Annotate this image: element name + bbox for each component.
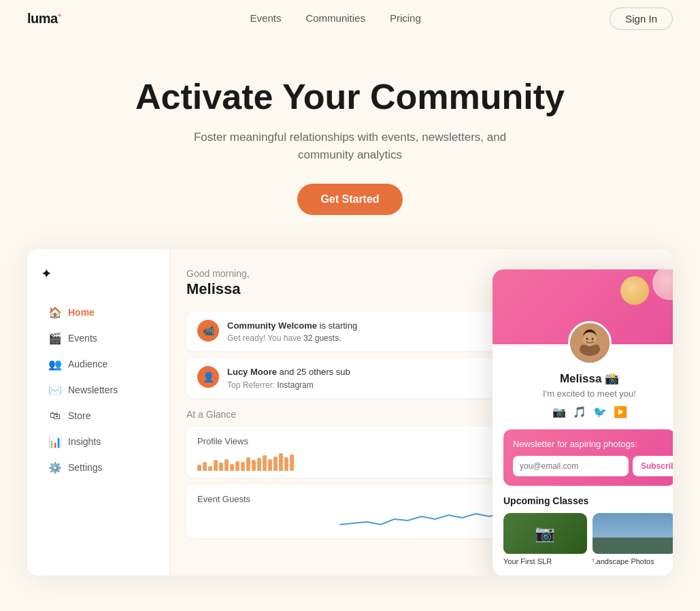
popup-social-links: 📷 🎵 🐦 ▶️ <box>503 406 673 418</box>
bar-segment <box>230 464 234 471</box>
main-content: Good morning, Melissa 📹 Community Welcom… <box>170 249 673 576</box>
popup-newsletter-section: Newsletter for aspiring photogs: Subscri… <box>503 429 673 486</box>
nav-communities[interactable]: Communities <box>305 12 365 24</box>
settings-icon: ⚙️ <box>49 461 61 474</box>
bar-segment <box>203 462 207 471</box>
svg-point-3 <box>582 342 588 345</box>
sidebar-label-newsletters: Newsletters <box>68 384 118 395</box>
events-icon: 🎬 <box>49 332 61 344</box>
bar-segment <box>219 463 223 470</box>
sidebar-logo-icon: ✦ <box>41 265 169 282</box>
bar-segment <box>241 462 245 471</box>
popup-avatar-wrap <box>568 321 612 365</box>
sidebar-label-settings: Settings <box>68 462 103 473</box>
navbar: luma+ Events Communities Pricing Sign In <box>0 0 700 37</box>
bar-segment <box>284 457 288 471</box>
audience-icon: 👥 <box>49 358 61 370</box>
class-card-slr: 📷 Your First SLR <box>503 513 587 565</box>
youtube-icon[interactable]: ▶️ <box>614 406 627 418</box>
twitter-icon[interactable]: 🐦 <box>593 406 607 418</box>
sidebar-item-events[interactable]: 🎬 Events <box>41 327 169 350</box>
hero-section: Activate Your Community Foster meaningfu… <box>0 37 700 249</box>
bar-segment <box>273 457 278 471</box>
notif-content-1: Community Welcome is starting Get ready!… <box>227 320 357 343</box>
sidebar-label-events: Events <box>68 333 97 344</box>
dashboard-preview: ✦ 🏠 Home 🎬 Events 👥 Audience ✉️ Newslett… <box>27 249 673 576</box>
logo: luma+ <box>27 11 61 27</box>
bar-segment <box>290 455 294 471</box>
sidebar-label-store: Store <box>68 410 90 421</box>
bar-segment <box>279 453 283 470</box>
signin-button[interactable]: Sign In <box>610 7 673 30</box>
home-icon: 🏠 <box>49 306 61 318</box>
landscape-sky-decoration <box>593 513 673 554</box>
sidebar: ✦ 🏠 Home 🎬 Events 👥 Audience ✉️ Newslett… <box>27 249 170 576</box>
notif-sub-2: Top Referrer: Instagram <box>227 380 350 390</box>
nav-pricing[interactable]: Pricing <box>390 12 421 24</box>
bar-segment <box>208 466 212 471</box>
bar-segment <box>246 457 250 471</box>
bar-segment <box>268 459 272 471</box>
insights-icon: 📊 <box>49 435 61 448</box>
notif-sub-1: Get ready! You have 32 guests. <box>227 333 357 343</box>
popup-body: Melissa 📸 I'm excited to meet you! 📷 🎵 🐦… <box>493 344 673 576</box>
classes-grid: 📷 Your First SLR Landscape Photos <box>503 513 673 565</box>
bar-segment <box>252 460 256 470</box>
store-icon: 🛍 <box>49 410 61 422</box>
popup-bio: I'm excited to meet you! <box>503 389 673 399</box>
svg-point-6 <box>591 338 593 340</box>
newsletter-form: Subscribe <box>513 456 666 476</box>
bar-segment <box>224 459 229 471</box>
nav-events[interactable]: Events <box>250 12 282 24</box>
hero-title: Activate Your Community <box>112 78 588 116</box>
newsletter-title: Newsletter for aspiring photogs: <box>513 439 666 449</box>
notif-text-2: Lucy Moore and 25 others sub <box>227 366 350 378</box>
popup-name: Melissa 📸 <box>503 371 673 386</box>
bar-segment <box>257 458 261 470</box>
upcoming-classes-title: Upcoming Classes <box>503 495 673 506</box>
sidebar-item-home[interactable]: 🏠 Home <box>41 301 169 324</box>
newsletters-icon: ✉️ <box>49 384 61 396</box>
macaron-yellow-decoration <box>620 276 649 305</box>
notif-icon-video: 📹 <box>197 320 219 342</box>
bar-segment <box>197 465 201 470</box>
macaron-pink-decoration <box>652 269 673 300</box>
profile-popup: Melissa 📸 I'm excited to meet you! 📷 🎵 🐦… <box>493 269 673 576</box>
subscribe-button[interactable]: Subscribe <box>633 456 673 476</box>
avatar <box>568 321 612 365</box>
sidebar-item-store[interactable]: 🛍 Store <box>41 404 169 427</box>
sidebar-item-audience[interactable]: 👥 Audience <box>41 352 169 376</box>
avatar-image <box>570 323 610 363</box>
instagram-icon[interactable]: 📷 <box>552 406 566 418</box>
svg-point-4 <box>592 342 597 345</box>
bar-segment <box>235 461 239 471</box>
popup-header <box>493 269 673 344</box>
hero-subtitle: Foster meaningful relationships with eve… <box>173 129 527 163</box>
landscape-image <box>593 513 673 554</box>
landscape-label: Landscape Photos <box>593 557 673 565</box>
sidebar-label-home: Home <box>68 307 95 318</box>
sidebar-nav: 🏠 Home 🎬 Events 👥 Audience ✉️ Newsletter… <box>41 301 169 479</box>
nav-links: Events Communities Pricing <box>250 12 421 24</box>
sidebar-item-insights[interactable]: 📊 Insights <box>41 430 169 453</box>
class-card-landscape: Landscape Photos <box>593 513 673 565</box>
sidebar-label-audience: Audience <box>68 359 107 369</box>
sidebar-item-settings[interactable]: ⚙️ Settings <box>41 456 169 479</box>
email-input[interactable] <box>513 456 629 476</box>
slr-image: 📷 <box>503 513 587 554</box>
bar-segment <box>214 460 218 470</box>
notif-content-2: Lucy Moore and 25 others sub Top Referre… <box>227 366 350 389</box>
get-started-button[interactable]: Get Started <box>297 184 402 215</box>
svg-point-5 <box>586 338 588 340</box>
notif-text-1: Community Welcome is starting <box>227 320 357 332</box>
bar-segment <box>263 455 267 470</box>
slr-label: Your First SLR <box>503 557 587 565</box>
notif-icon-person: 👤 <box>197 366 219 388</box>
sidebar-label-insights: Insights <box>68 436 101 447</box>
sidebar-item-newsletters[interactable]: ✉️ Newsletters <box>41 378 169 401</box>
tiktok-icon[interactable]: 🎵 <box>573 406 586 418</box>
